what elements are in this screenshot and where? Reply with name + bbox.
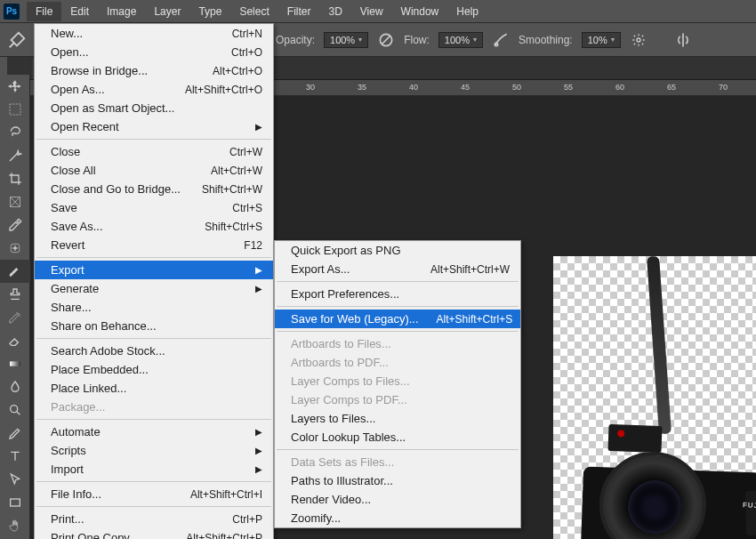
- export-zoomify[interactable]: Zoomify...: [275, 509, 520, 527]
- export-layers-to-files[interactable]: Layers to Files...: [275, 409, 520, 428]
- tool-dodge[interactable]: [0, 398, 30, 422]
- tool-wand[interactable]: [0, 144, 30, 167]
- tool-hand[interactable]: [0, 514, 30, 537]
- menu-select[interactable]: Select: [230, 2, 277, 21]
- tool-stamp[interactable]: [0, 283, 30, 306]
- export-render-video[interactable]: Render Video...: [275, 490, 520, 509]
- menu-label: Place Linked...: [51, 382, 262, 395]
- menu-label: New...: [51, 27, 214, 40]
- tool-path-select[interactable]: [0, 468, 30, 491]
- flow-field[interactable]: 100%▾: [438, 32, 483, 48]
- toolbox: [0, 75, 30, 539]
- menu-filter[interactable]: Filter: [278, 2, 320, 21]
- export-color-lookup-tables[interactable]: Color Lookup Tables...: [275, 428, 520, 446]
- flow-label: Flow:: [404, 34, 430, 46]
- tool-eyedropper[interactable]: [0, 213, 30, 237]
- file-scripts[interactable]: Scripts▶: [35, 441, 273, 460]
- menu-label: Layer Comps to Files...: [291, 374, 510, 388]
- tool-gradient[interactable]: [0, 352, 30, 375]
- export-export-preferences[interactable]: Export Preferences...: [275, 285, 520, 303]
- export-layer-comps-to-files: Layer Comps to Files...: [275, 372, 520, 390]
- tool-lasso[interactable]: [0, 121, 30, 144]
- export-submenu-dropdown: Quick Export as PNGExport As...Alt+Shift…: [274, 240, 521, 528]
- file-menu-dropdown: New...Ctrl+NOpen...Ctrl+OBrowse in Bridg…: [34, 23, 274, 539]
- ruler-tick: 60: [615, 83, 624, 92]
- shortcut: Ctrl+W: [229, 146, 262, 158]
- menu-label: Open as Smart Object...: [51, 101, 262, 115]
- file-share[interactable]: Share...: [35, 298, 273, 317]
- tool-pen[interactable]: [0, 422, 30, 445]
- menu-layer[interactable]: Layer: [145, 2, 189, 21]
- menu-view[interactable]: View: [351, 2, 392, 21]
- menu-help[interactable]: Help: [447, 2, 487, 21]
- pressure-opacity-icon[interactable]: [377, 31, 395, 49]
- export-export-as[interactable]: Export As...Alt+Shift+Ctrl+W: [275, 260, 520, 278]
- chevron-down-icon: ▾: [611, 36, 615, 44]
- menu-label: Close: [51, 145, 212, 158]
- tool-history-brush[interactable]: [0, 306, 30, 329]
- menu-label: Print One Copy: [51, 531, 168, 539]
- tool-marquee[interactable]: [0, 98, 30, 121]
- export-paths-to-illustrator[interactable]: Paths to Illustrator...: [275, 471, 520, 490]
- export-quick-export-as-png[interactable]: Quick Export as PNG: [275, 241, 520, 260]
- tool-rectangle[interactable]: [0, 491, 30, 514]
- smoothing-field[interactable]: 10%▾: [582, 32, 621, 48]
- file-save[interactable]: SaveCtrl+S: [35, 198, 273, 217]
- separator: [277, 306, 519, 307]
- file-file-info[interactable]: File Info...Alt+Shift+Ctrl+I: [35, 485, 273, 503]
- menu-image[interactable]: Image: [98, 2, 145, 21]
- file-open-as[interactable]: Open As...Alt+Shift+Ctrl+O: [35, 80, 273, 99]
- file-import[interactable]: Import▶: [35, 460, 273, 479]
- file-revert[interactable]: RevertF12: [35, 236, 273, 254]
- gear-icon[interactable]: [630, 31, 647, 49]
- tool-move[interactable]: [0, 75, 30, 98]
- tool-healing[interactable]: [0, 237, 30, 260]
- tool-eraser[interactable]: [0, 329, 30, 352]
- file-open-recent[interactable]: Open Recent▶: [35, 117, 273, 136]
- file-save-as[interactable]: Save As...Shift+Ctrl+S: [35, 217, 273, 236]
- file-generate[interactable]: Generate▶: [35, 279, 273, 298]
- file-browse-in-bridge[interactable]: Browse in Bridge...Alt+Ctrl+O: [35, 61, 273, 80]
- shortcut: Ctrl+N: [232, 28, 262, 40]
- opacity-field[interactable]: 100%▾: [324, 32, 368, 48]
- file-close-and-go-to-bridge[interactable]: Close and Go to Bridge...Shift+Ctrl+W: [35, 180, 273, 198]
- submenu-arrow-icon: ▶: [255, 446, 262, 455]
- symmetry-icon[interactable]: [674, 31, 692, 49]
- file-open-as-smart-object[interactable]: Open as Smart Object...: [35, 99, 273, 117]
- separator: [36, 481, 271, 482]
- menu-label: Artboards to Files...: [291, 337, 510, 350]
- menu-edit[interactable]: Edit: [61, 2, 98, 21]
- file-open[interactable]: Open...Ctrl+O: [35, 43, 273, 61]
- file-print[interactable]: Print...Ctrl+P: [35, 510, 273, 528]
- menu-label: Zoomify...: [291, 511, 510, 525]
- file-place-linked[interactable]: Place Linked...: [35, 379, 273, 398]
- file-search-adobe-stock[interactable]: Search Adobe Stock...: [35, 342, 273, 360]
- menu-label: Render Video...: [291, 493, 510, 506]
- menu-type[interactable]: Type: [189, 2, 230, 21]
- file-new[interactable]: New...Ctrl+N: [35, 24, 273, 43]
- tool-crop[interactable]: [0, 167, 30, 190]
- tool-brush[interactable]: [0, 260, 30, 283]
- panel-handle[interactable]: [0, 57, 7, 75]
- menu-3d[interactable]: 3D: [319, 2, 350, 21]
- menu-label: Share...: [51, 301, 262, 314]
- opacity-label: Opacity:: [276, 34, 315, 46]
- tool-blur[interactable]: [0, 375, 30, 398]
- file-place-embedded[interactable]: Place Embedded...: [35, 360, 273, 379]
- file-print-one-copy[interactable]: Print One CopyAlt+Shift+Ctrl+P: [35, 528, 273, 539]
- tool-type[interactable]: [0, 445, 30, 468]
- file-share-on-behance[interactable]: Share on Behance...: [35, 317, 273, 335]
- brush-preview-icon[interactable]: [7, 30, 27, 50]
- tool-frame[interactable]: [0, 190, 30, 213]
- menu-file[interactable]: File: [27, 2, 61, 21]
- svg-rect-8: [11, 499, 20, 506]
- file-automate[interactable]: Automate▶: [35, 422, 273, 441]
- file-close-all[interactable]: Close AllAlt+Ctrl+W: [35, 161, 273, 180]
- menu-label: Export: [51, 263, 250, 277]
- file-close[interactable]: CloseCtrl+W: [35, 142, 273, 161]
- airbrush-icon[interactable]: [492, 31, 510, 49]
- file-export[interactable]: Export▶: [35, 261, 273, 279]
- menu-window[interactable]: Window: [392, 2, 448, 21]
- menu-label: Close and Go to Bridge...: [51, 182, 184, 196]
- export-save-for-web-legacy[interactable]: Save for Web (Legacy)...Alt+Shift+Ctrl+S: [275, 310, 520, 328]
